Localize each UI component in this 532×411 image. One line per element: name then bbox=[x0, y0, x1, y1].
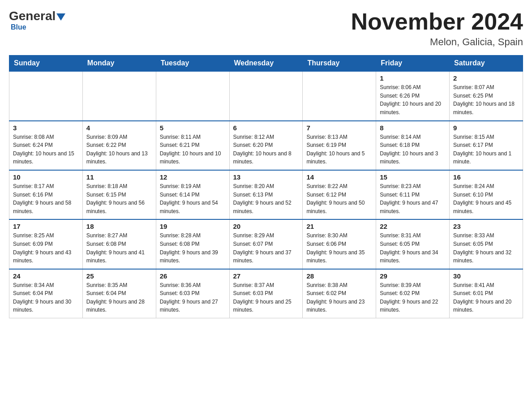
day-info: Sunrise: 8:34 AMSunset: 6:04 PMDaylight:… bbox=[13, 281, 79, 314]
day-number: 26 bbox=[160, 272, 226, 280]
day-info: Sunrise: 8:08 AMSunset: 6:24 PMDaylight:… bbox=[13, 133, 79, 166]
col-header-wednesday: Wednesday bbox=[229, 56, 303, 72]
day-info: Sunrise: 8:39 AMSunset: 6:02 PMDaylight:… bbox=[380, 281, 446, 314]
location-title: Melon, Galicia, Spain bbox=[351, 36, 523, 48]
calendar-cell: 24Sunrise: 8:34 AMSunset: 6:04 PMDayligh… bbox=[9, 269, 83, 318]
day-info: Sunrise: 8:20 AMSunset: 6:13 PMDaylight:… bbox=[233, 182, 299, 215]
day-info: Sunrise: 8:06 AMSunset: 6:26 PMDaylight:… bbox=[380, 83, 446, 116]
day-info: Sunrise: 8:12 AMSunset: 6:20 PMDaylight:… bbox=[233, 133, 299, 166]
day-number: 21 bbox=[306, 223, 372, 230]
calendar-cell bbox=[303, 71, 376, 120]
day-info: Sunrise: 8:36 AMSunset: 6:03 PMDaylight:… bbox=[160, 281, 226, 314]
day-info: Sunrise: 8:33 AMSunset: 6:05 PMDaylight:… bbox=[453, 231, 519, 265]
day-number: 13 bbox=[233, 173, 299, 181]
col-header-thursday: Thursday bbox=[303, 56, 376, 72]
calendar-cell: 27Sunrise: 8:37 AMSunset: 6:03 PMDayligh… bbox=[229, 269, 303, 318]
day-info: Sunrise: 8:14 AMSunset: 6:18 PMDaylight:… bbox=[380, 133, 446, 166]
day-number: 11 bbox=[86, 173, 152, 181]
day-info: Sunrise: 8:19 AMSunset: 6:14 PMDaylight:… bbox=[160, 182, 226, 215]
day-number: 28 bbox=[306, 272, 372, 280]
day-number: 27 bbox=[233, 272, 299, 280]
calendar-cell: 11Sunrise: 8:18 AMSunset: 6:15 PMDayligh… bbox=[82, 170, 156, 219]
calendar-header-row: SundayMondayTuesdayWednesdayThursdayFrid… bbox=[9, 56, 523, 72]
day-number: 14 bbox=[306, 173, 372, 181]
calendar-cell: 4Sunrise: 8:09 AMSunset: 6:22 PMDaylight… bbox=[82, 121, 156, 170]
day-number: 6 bbox=[233, 124, 299, 132]
day-number: 7 bbox=[306, 124, 372, 132]
day-number: 5 bbox=[160, 124, 226, 132]
day-info: Sunrise: 8:23 AMSunset: 6:11 PMDaylight:… bbox=[380, 182, 446, 215]
week-row-5: 24Sunrise: 8:34 AMSunset: 6:04 PMDayligh… bbox=[9, 269, 523, 318]
calendar-cell: 14Sunrise: 8:22 AMSunset: 6:12 PMDayligh… bbox=[303, 170, 376, 219]
week-row-3: 10Sunrise: 8:17 AMSunset: 6:16 PMDayligh… bbox=[9, 170, 523, 219]
month-title: November 2024 bbox=[351, 9, 523, 34]
calendar-cell: 13Sunrise: 8:20 AMSunset: 6:13 PMDayligh… bbox=[229, 170, 303, 219]
day-number: 8 bbox=[380, 124, 446, 132]
day-info: Sunrise: 8:09 AMSunset: 6:22 PMDaylight:… bbox=[86, 133, 152, 166]
col-header-tuesday: Tuesday bbox=[156, 56, 229, 72]
calendar-cell: 9Sunrise: 8:15 AMSunset: 6:17 PMDaylight… bbox=[450, 121, 523, 170]
calendar-cell: 6Sunrise: 8:12 AMSunset: 6:20 PMDaylight… bbox=[229, 121, 303, 170]
calendar-cell: 19Sunrise: 8:28 AMSunset: 6:08 PMDayligh… bbox=[156, 219, 229, 269]
logo-general-text: General bbox=[9, 9, 56, 23]
day-info: Sunrise: 8:29 AMSunset: 6:07 PMDaylight:… bbox=[233, 231, 299, 265]
calendar-cell: 30Sunrise: 8:41 AMSunset: 6:01 PMDayligh… bbox=[450, 269, 523, 318]
calendar-cell: 2Sunrise: 8:07 AMSunset: 6:25 PMDaylight… bbox=[450, 71, 523, 120]
day-number: 20 bbox=[233, 223, 299, 230]
calendar-cell: 12Sunrise: 8:19 AMSunset: 6:14 PMDayligh… bbox=[156, 170, 229, 219]
day-number: 2 bbox=[453, 74, 519, 82]
day-number: 15 bbox=[380, 173, 446, 181]
day-number: 23 bbox=[453, 223, 519, 230]
calendar-cell: 28Sunrise: 8:38 AMSunset: 6:02 PMDayligh… bbox=[303, 269, 376, 318]
col-header-saturday: Saturday bbox=[450, 56, 523, 72]
logo-triangle-icon bbox=[56, 13, 65, 21]
col-header-monday: Monday bbox=[82, 56, 156, 72]
page-header: General Blue November 2024 Melon, Galici… bbox=[9, 9, 523, 48]
calendar-cell: 3Sunrise: 8:08 AMSunset: 6:24 PMDaylight… bbox=[9, 121, 83, 170]
day-info: Sunrise: 8:41 AMSunset: 6:01 PMDaylight:… bbox=[453, 281, 519, 314]
logo: General Blue bbox=[9, 9, 65, 31]
day-info: Sunrise: 8:27 AMSunset: 6:08 PMDaylight:… bbox=[86, 231, 152, 265]
day-number: 25 bbox=[86, 272, 152, 280]
day-info: Sunrise: 8:35 AMSunset: 6:04 PMDaylight:… bbox=[86, 281, 152, 314]
day-number: 9 bbox=[453, 124, 519, 132]
calendar-cell bbox=[156, 71, 229, 120]
week-row-1: 1Sunrise: 8:06 AMSunset: 6:26 PMDaylight… bbox=[9, 71, 523, 120]
day-info: Sunrise: 8:15 AMSunset: 6:17 PMDaylight:… bbox=[453, 133, 519, 166]
day-info: Sunrise: 8:17 AMSunset: 6:16 PMDaylight:… bbox=[13, 182, 79, 215]
day-info: Sunrise: 8:37 AMSunset: 6:03 PMDaylight:… bbox=[233, 281, 299, 314]
calendar-cell: 5Sunrise: 8:11 AMSunset: 6:21 PMDaylight… bbox=[156, 121, 229, 170]
day-info: Sunrise: 8:11 AMSunset: 6:21 PMDaylight:… bbox=[160, 133, 226, 166]
col-header-friday: Friday bbox=[376, 56, 450, 72]
calendar-cell: 21Sunrise: 8:30 AMSunset: 6:06 PMDayligh… bbox=[303, 219, 376, 269]
logo-blue-text: Blue bbox=[11, 23, 26, 31]
day-info: Sunrise: 8:30 AMSunset: 6:06 PMDaylight:… bbox=[306, 231, 372, 265]
day-number: 18 bbox=[86, 223, 152, 230]
calendar-cell: 17Sunrise: 8:25 AMSunset: 6:09 PMDayligh… bbox=[9, 219, 83, 269]
calendar-cell bbox=[229, 71, 303, 120]
day-info: Sunrise: 8:22 AMSunset: 6:12 PMDaylight:… bbox=[306, 182, 372, 215]
day-info: Sunrise: 8:31 AMSunset: 6:05 PMDaylight:… bbox=[380, 231, 446, 265]
day-number: 16 bbox=[453, 173, 519, 181]
day-info: Sunrise: 8:07 AMSunset: 6:25 PMDaylight:… bbox=[453, 83, 519, 116]
day-number: 19 bbox=[160, 223, 226, 230]
day-info: Sunrise: 8:13 AMSunset: 6:19 PMDaylight:… bbox=[306, 133, 372, 166]
calendar-cell bbox=[9, 71, 83, 120]
calendar-cell: 16Sunrise: 8:24 AMSunset: 6:10 PMDayligh… bbox=[450, 170, 523, 219]
calendar-cell: 22Sunrise: 8:31 AMSunset: 6:05 PMDayligh… bbox=[376, 219, 450, 269]
calendar-cell: 29Sunrise: 8:39 AMSunset: 6:02 PMDayligh… bbox=[376, 269, 450, 318]
day-number: 30 bbox=[453, 272, 519, 280]
day-number: 4 bbox=[86, 124, 152, 132]
calendar-cell: 10Sunrise: 8:17 AMSunset: 6:16 PMDayligh… bbox=[9, 170, 83, 219]
calendar-table: SundayMondayTuesdayWednesdayThursdayFrid… bbox=[9, 55, 523, 318]
day-info: Sunrise: 8:28 AMSunset: 6:08 PMDaylight:… bbox=[160, 231, 226, 265]
calendar-cell: 20Sunrise: 8:29 AMSunset: 6:07 PMDayligh… bbox=[229, 219, 303, 269]
calendar-cell: 23Sunrise: 8:33 AMSunset: 6:05 PMDayligh… bbox=[450, 219, 523, 269]
day-number: 3 bbox=[13, 124, 79, 132]
day-number: 24 bbox=[13, 272, 79, 280]
col-header-sunday: Sunday bbox=[9, 56, 83, 72]
week-row-4: 17Sunrise: 8:25 AMSunset: 6:09 PMDayligh… bbox=[9, 219, 523, 269]
calendar-cell: 25Sunrise: 8:35 AMSunset: 6:04 PMDayligh… bbox=[82, 269, 156, 318]
calendar-cell bbox=[82, 71, 156, 120]
calendar-cell: 18Sunrise: 8:27 AMSunset: 6:08 PMDayligh… bbox=[82, 219, 156, 269]
